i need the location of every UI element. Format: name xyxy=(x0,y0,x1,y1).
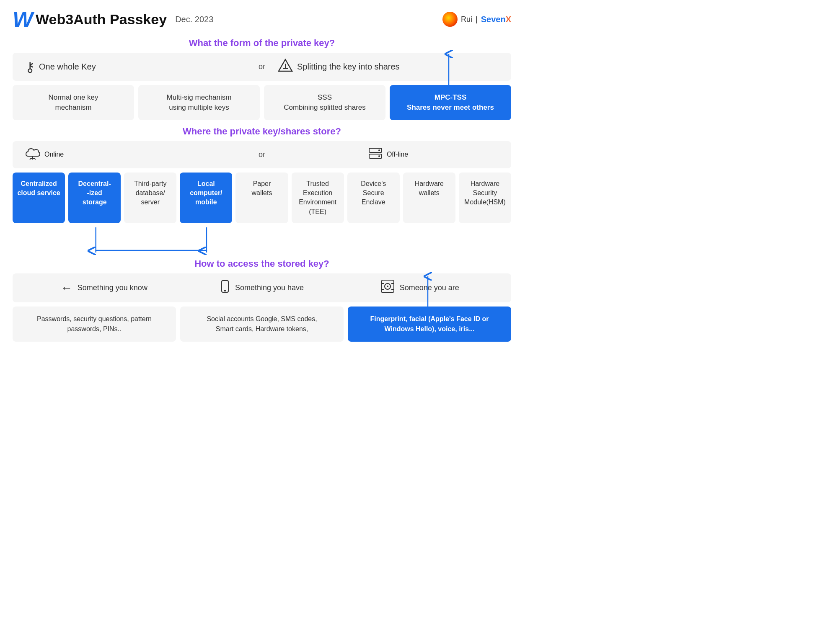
or-label-2: or xyxy=(246,150,278,159)
header: W Web3Auth Passkey Dec. 2023 Rui | Seven… xyxy=(13,8,511,30)
cloud-icon xyxy=(25,147,40,162)
storage-wrapper: Centralizedcloud service Decentral--ized… xyxy=(13,173,511,224)
mechanism-sss: SSSCombining splitted shares xyxy=(264,85,385,120)
storage-secure-enclave: Device'sSecureEnclave xyxy=(347,173,400,224)
store-header-row: Online or Off-line xyxy=(13,141,511,168)
author-name: Rui xyxy=(461,15,472,24)
svg-line-7 xyxy=(34,158,36,160)
access-passwords: Passwords, security questions, patternpa… xyxy=(13,307,176,342)
storage-third-party: Third-partydatabase/server xyxy=(124,173,176,224)
mechanism-normal: Normal one keymechanism xyxy=(13,85,134,120)
separator: | xyxy=(476,15,478,24)
svg-rect-18 xyxy=(224,290,226,291)
triangle-icon xyxy=(278,59,293,75)
page-container: W Web3Auth Passkey Dec. 2023 Rui | Seven… xyxy=(13,8,511,342)
mechanisms-wrapper: Normal one keymechanism Multi-sig mechan… xyxy=(13,85,511,120)
or-label-1: or xyxy=(246,62,278,71)
access-header-row: ← Something you know Something you have … xyxy=(13,273,511,302)
storage-paper: Paperwallets xyxy=(235,173,288,224)
w-logo-icon: W xyxy=(13,8,31,30)
are-icon xyxy=(380,279,395,296)
svg-line-6 xyxy=(30,158,31,160)
section-title-2: Where the private key/shares store? xyxy=(13,126,511,137)
mechanism-boxes-row: Normal one keymechanism Multi-sig mechan… xyxy=(13,85,511,120)
arrow-up-local xyxy=(419,273,436,307)
storage-local: Localcomputer/mobile xyxy=(180,173,232,224)
title-text: Web3Auth Passkey xyxy=(36,11,167,27)
access-have-option: Something you have xyxy=(183,280,341,296)
section-title-1: What the form of the private key? xyxy=(13,38,511,49)
header-date: Dec. 2023 xyxy=(175,15,213,24)
splitting-key-label: Splitting the key into shares xyxy=(297,62,400,72)
know-icon: ← xyxy=(61,281,72,295)
have-label: Something you have xyxy=(235,283,304,292)
app-title: Web3Auth Passkey xyxy=(36,11,167,28)
svg-point-11 xyxy=(378,155,380,157)
key-type-row: ⚷ One whole Key or Splitting the key int… xyxy=(13,53,511,81)
online-option: Online xyxy=(25,147,246,162)
storage-hsm: HardwareSecurityModule(HSM) xyxy=(459,173,511,224)
svg-point-9 xyxy=(378,149,380,151)
know-label: Something you know xyxy=(78,283,147,292)
connector-svg xyxy=(13,227,511,252)
author-avatar xyxy=(442,12,458,27)
one-whole-key-label: One whole Key xyxy=(39,62,96,72)
have-icon xyxy=(220,280,230,296)
mechanism-mpc-tss: MPC-TSS Shares never meet others xyxy=(390,85,511,120)
svg-point-21 xyxy=(387,286,388,287)
access-detail-row: Passwords, security questions, patternpa… xyxy=(13,307,511,342)
offline-option: Off-line xyxy=(278,147,499,162)
storage-hardware-wallet: Hardwarewallets xyxy=(403,173,455,224)
access-social: Social accounts Google, SMS codes,Smart … xyxy=(180,307,344,342)
access-detail-wrapper: Passwords, security questions, patternpa… xyxy=(13,307,511,342)
one-whole-key-option: ⚷ One whole Key xyxy=(25,59,246,75)
logo-area: W Web3Auth Passkey Dec. 2023 xyxy=(13,8,213,30)
brand-name: SevenX xyxy=(481,15,511,24)
storage-boxes-row: Centralizedcloud service Decentral--ized… xyxy=(13,173,511,224)
offline-label: Off-line xyxy=(387,151,408,158)
storage-centralized: Centralizedcloud service xyxy=(13,173,65,224)
key-icon: ⚷ xyxy=(25,59,35,75)
access-know-option: ← Something you know xyxy=(25,281,183,295)
splitting-key-option: Splitting the key into shares xyxy=(278,59,499,75)
arrow-up-mpc xyxy=(441,51,456,88)
access-biometric: Fingerprint, facial (Apple's Face ID orW… xyxy=(348,307,511,342)
brand-area: Rui | SevenX xyxy=(442,12,511,27)
mpc-tss-title: MPC-TSS xyxy=(435,93,467,101)
storage-tee: TrustedExecutionEnvironment(TEE) xyxy=(292,173,344,224)
storage-decentralized: Decentral--izedstorage xyxy=(68,173,121,224)
mechanism-multisig: Multi-sig mechanismusing multiple keys xyxy=(138,85,260,120)
server-icon xyxy=(368,147,383,162)
section-title-3: How to access the stored key? xyxy=(13,258,511,269)
connector-area xyxy=(13,227,511,252)
online-label: Online xyxy=(44,151,64,158)
